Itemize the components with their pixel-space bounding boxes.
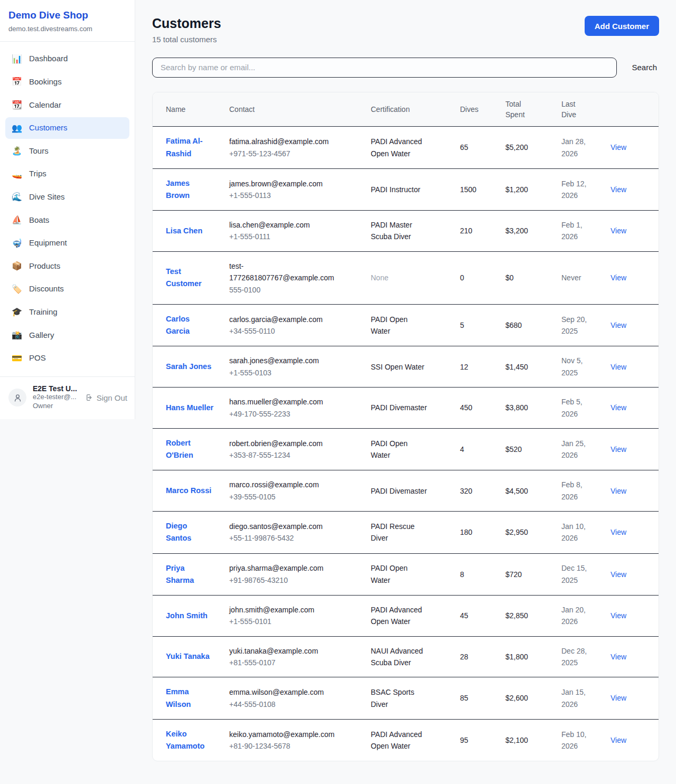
sidebar-item-gallery[interactable]: 📸 Gallery	[5, 324, 129, 346]
app-root: Demo Dive Shop demo.test.divestreams.com…	[0, 0, 676, 776]
customer-last-dive: Jan 15, 2026	[561, 686, 589, 710]
customer-phone: +81-90-1234-5678	[229, 740, 362, 752]
view-customer-link[interactable]: View	[611, 226, 626, 235]
col-header-certification: Certification	[371, 92, 460, 127]
customer-certification: PADI Open Water	[371, 438, 429, 461]
view-customer-link[interactable]: View	[611, 528, 626, 536]
user-email: e2e-tester@...	[33, 393, 78, 402]
customer-total-spent: $5,200	[505, 143, 528, 152]
sidebar-item-boats[interactable]: ⛵ Boats	[5, 209, 129, 231]
sidebar-item-customers[interactable]: 👥 Customers	[5, 117, 129, 139]
table-row: Priya Sharma priya.sharma@example.com +9…	[153, 553, 659, 595]
customer-dives: 210	[460, 226, 472, 235]
customer-last-dive: Dec 15, 2025	[561, 562, 589, 586]
customer-total-spent: $1,200	[505, 185, 528, 194]
customer-name-link[interactable]: Yuki Tanaka	[166, 650, 210, 663]
customer-phone: +1-555-0103	[229, 367, 362, 379]
customer-name-link[interactable]: Test Customer	[166, 266, 214, 290]
customer-total-spent: $3,800	[505, 403, 528, 412]
customer-phone: +1-555-0101	[229, 616, 362, 627]
customer-phone: +1-555-0113	[229, 190, 362, 201]
nav-item-label: Trips	[29, 168, 46, 179]
nav-item-icon: 🌊	[12, 191, 22, 203]
customer-phone: 555-0100	[229, 284, 362, 296]
sidebar-item-bookings[interactable]: 📅 Bookings	[5, 71, 129, 93]
customers-table-card: Name Contact Certification Dives Total S…	[152, 92, 659, 761]
customer-phone: +91-98765-43210	[229, 574, 362, 586]
view-customer-link[interactable]: View	[611, 445, 626, 454]
sidebar-item-products[interactable]: 📦 Products	[5, 255, 129, 277]
sidebar-item-dashboard[interactable]: 📊 Dashboard	[5, 48, 129, 70]
customer-phone: +39-555-0105	[229, 491, 362, 503]
sidebar-item-dive-sites[interactable]: 🌊 Dive Sites	[5, 186, 129, 208]
nav-item-label: POS	[29, 353, 46, 363]
customer-name-link[interactable]: Robert O'Brien	[166, 437, 214, 461]
customer-email: carlos.garcia@example.com	[229, 314, 341, 325]
customer-total-spent: $1,800	[505, 653, 528, 661]
table-row: Marco Rossi marco.rossi@example.com +39-…	[153, 470, 659, 512]
customer-certification: PADI Open Water	[371, 562, 429, 586]
customer-name-link[interactable]: Sarah Jones	[166, 361, 211, 373]
customer-name-link[interactable]: Lisa Chen	[166, 225, 202, 237]
customer-dives: 180	[460, 528, 472, 536]
view-customer-link[interactable]: View	[611, 487, 626, 495]
customer-name-link[interactable]: Emma Wilson	[166, 686, 214, 710]
customer-name-link[interactable]: Priya Sharma	[166, 562, 214, 587]
view-customer-link[interactable]: View	[611, 363, 626, 371]
nav-item-label: Calendar	[29, 100, 61, 110]
sidebar-item-training[interactable]: 🎓 Training	[5, 301, 129, 323]
customer-name-link[interactable]: Hans Mueller	[166, 402, 213, 414]
customer-total-spent: $0	[505, 273, 514, 282]
customer-total-spent: $2,100	[505, 736, 528, 744]
customer-total-spent: $2,950	[505, 528, 528, 536]
nav-item-label: Customers	[29, 122, 68, 133]
search-input[interactable]	[152, 58, 617, 78]
customer-name-link[interactable]: Carlos Garcia	[166, 313, 214, 337]
main-content: Customers 15 total customers Add Custome…	[135, 0, 676, 776]
view-customer-link[interactable]: View	[611, 570, 626, 579]
sidebar-item-pos[interactable]: 💳 POS	[5, 347, 129, 370]
sidebar-item-calendar[interactable]: 📆 Calendar	[5, 94, 129, 116]
table-row: Robert O'Brien robert.obrien@example.com…	[153, 428, 659, 470]
view-customer-link[interactable]: View	[611, 694, 626, 702]
sidebar-item-equipment[interactable]: 🤿 Equipment	[5, 232, 129, 254]
view-customer-link[interactable]: View	[611, 321, 626, 329]
customer-phone: +49-170-555-2233	[229, 408, 362, 420]
view-customer-link[interactable]: View	[611, 143, 626, 152]
col-header-name: Name	[153, 92, 229, 127]
customer-dives: 85	[460, 694, 468, 702]
view-customer-link[interactable]: View	[611, 653, 626, 661]
page-title: Customers	[152, 16, 221, 31]
customer-dives: 0	[460, 273, 464, 282]
search-button[interactable]: Search	[630, 63, 659, 72]
customer-name-link[interactable]: James Brown	[166, 177, 214, 202]
add-customer-button[interactable]: Add Customer	[585, 16, 659, 36]
customer-name-link[interactable]: Keiko Yamamoto	[166, 728, 214, 752]
view-customer-link[interactable]: View	[611, 273, 626, 282]
sign-out-button[interactable]: Sign Out	[84, 393, 127, 402]
customer-dives: 95	[460, 736, 468, 744]
customer-name-link[interactable]: John Smith	[166, 610, 208, 622]
table-row: Emma Wilson emma.wilson@example.com +44-…	[153, 677, 659, 719]
customer-last-dive: Feb 8, 2026	[561, 479, 589, 503]
customer-name-link[interactable]: Diego Santos	[166, 520, 214, 544]
customer-dives: 450	[460, 403, 472, 412]
title-block: Customers 15 total customers	[152, 16, 221, 44]
sidebar-item-discounts[interactable]: 🏷️ Discounts	[5, 278, 129, 300]
nav-item-icon: 📦	[12, 260, 22, 272]
view-customer-link[interactable]: View	[611, 736, 626, 744]
customer-name-link[interactable]: Marco Rossi	[166, 485, 211, 497]
view-customer-link[interactable]: View	[611, 185, 626, 194]
sidebar-item-tours[interactable]: 🏝️ Tours	[5, 140, 129, 162]
customer-last-dive: Feb 12, 2026	[561, 178, 589, 202]
customer-certification: PADI Advanced Open Water	[371, 729, 429, 752]
sidebar-item-trips[interactable]: 🚤 Trips	[5, 163, 129, 185]
view-customer-link[interactable]: View	[611, 611, 626, 620]
customer-email: james.brown@example.com	[229, 178, 341, 190]
search-row: Search	[152, 58, 659, 78]
nav-item-icon: 🏝️	[12, 145, 22, 157]
customer-phone: +81-555-0107	[229, 657, 362, 668]
customer-name-link[interactable]: Fatima Al-Rashid	[166, 135, 214, 159]
customer-last-dive: Never	[561, 272, 581, 284]
view-customer-link[interactable]: View	[611, 403, 626, 412]
